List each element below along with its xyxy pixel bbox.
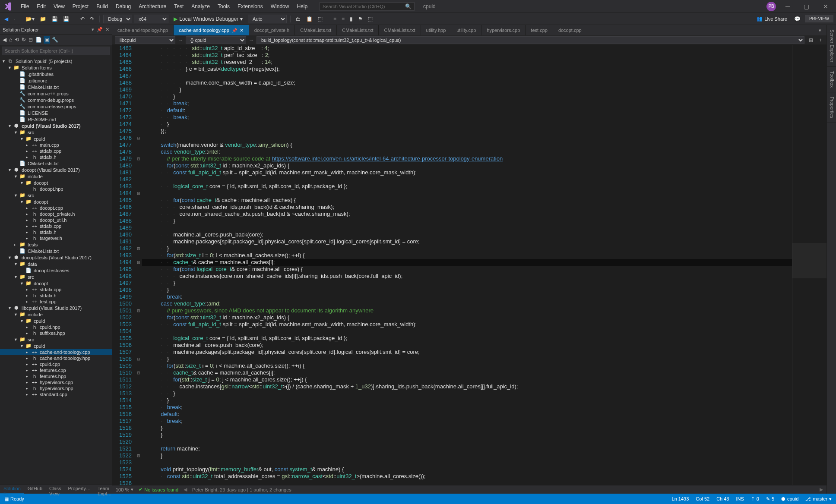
solution-search-input[interactable] (2, 47, 110, 55)
tree-item[interactable]: ▼📁cpuid (0, 135, 112, 142)
search-input[interactable] (323, 4, 400, 9)
tree-item[interactable]: ▼⬢docopt (Visual Studio 2017) (0, 167, 112, 173)
status-line[interactable]: Ln 1493 (672, 496, 689, 502)
se-collapse-icon[interactable]: ⊟ (28, 36, 34, 44)
quick-search[interactable]: 🔍 (320, 2, 415, 11)
se-properties-icon[interactable]: 🔧 (51, 36, 59, 44)
tree-item[interactable]: ▸++cache-and-topology.cpp (0, 349, 112, 355)
tree-item[interactable]: ▸hsuffixes.hpp (0, 330, 112, 336)
editor-tab[interactable]: cache-and-topology.cpp 📌 ✕ (174, 25, 249, 35)
rail-tab[interactable]: Server Explorer (827, 25, 836, 67)
close-button[interactable]: ✕ (819, 1, 833, 12)
se-show-all-icon[interactable]: 📄 (35, 36, 43, 44)
tb-icon-1[interactable]: 🗀 (294, 15, 303, 23)
editor-tab[interactable]: test.cpp (526, 25, 553, 35)
tree-item[interactable]: ▸hcache-and-topology.hpp (0, 355, 112, 361)
nav-project-select[interactable]: libcpuid (115, 36, 175, 44)
tree-item[interactable]: 🔧common-c++.props (0, 90, 112, 97)
status-pending[interactable]: ✎ 5 (766, 496, 774, 502)
se-home-icon[interactable]: ⌂ (8, 36, 13, 44)
status-ins[interactable]: INS (736, 496, 744, 502)
tree-item[interactable]: ▼📁data (0, 261, 112, 267)
pin-icon[interactable]: 📌 (97, 27, 103, 32)
se-back-icon[interactable]: ◀ (2, 36, 7, 44)
editor-tab[interactable]: utility.cpp (451, 25, 481, 35)
save-all-button[interactable]: 💾 (61, 15, 71, 23)
rail-tab[interactable]: Toolbox (827, 67, 836, 92)
zoom-control[interactable]: 100 % ▾ (116, 487, 133, 492)
tree-item[interactable]: ▸++hypervisors.cpp (0, 379, 112, 385)
issues-indicator[interactable]: ✔ No issues found (139, 487, 178, 492)
fold-gutter[interactable]: ⊟⊟⊟⊟⊟⊟⊟⊟⊟ (135, 45, 142, 485)
menu-tools[interactable]: Tools (214, 2, 233, 11)
tree-item[interactable]: 📄LICENSE (0, 110, 112, 116)
tb-icon-3[interactable]: ⬚ (316, 15, 324, 23)
add-icon[interactable]: + (817, 37, 824, 43)
se-refresh-icon[interactable]: ↻ (21, 36, 27, 44)
rail-tab[interactable]: Properties (827, 92, 836, 123)
tree-item[interactable]: 📄docopt.testcases (0, 267, 112, 274)
tree-item[interactable]: ▸++docopt.cpp (0, 205, 112, 211)
tree-item[interactable]: ▼📁cpuid (0, 343, 112, 349)
redo-button[interactable]: ↷ (88, 15, 96, 23)
open-button[interactable]: 📁 (38, 15, 48, 23)
dropdown-icon[interactable]: ▾ (92, 27, 94, 32)
nav-scope-select[interactable]: {} cpuid (186, 36, 246, 44)
menu-edit[interactable]: Edit (33, 2, 49, 11)
tree-item[interactable]: ▸📁tests (0, 241, 112, 248)
se-sync-icon[interactable]: ⟲ (14, 36, 20, 44)
pin-icon[interactable]: 📌 (232, 28, 237, 33)
editor-tab[interactable]: cache-and-topology.hpp (112, 25, 174, 35)
tree-item[interactable]: ▸++stdafx.cpp (0, 223, 112, 229)
tree-item[interactable]: ▸++cpuid.cpp (0, 361, 112, 367)
tree-item[interactable]: ▸++standard.cpp (0, 391, 112, 397)
tb-icon-4[interactable]: ≡ (332, 15, 338, 23)
tb-icon-8[interactable]: ⬚ (366, 15, 374, 23)
menu-analyze[interactable]: Analyze (188, 2, 213, 11)
tree-item[interactable]: 🔧common-release.props (0, 103, 112, 110)
se-tab[interactable]: GitHub (24, 485, 46, 494)
tree-item[interactable]: ▸hdocopt_util.h (0, 217, 112, 223)
code-editor[interactable]: 1463146414651466146714681469147014711472… (112, 45, 826, 485)
editor-tab[interactable]: CMakeLists.txt (337, 25, 379, 35)
config-select[interactable]: Debug (103, 15, 132, 23)
tree-item[interactable]: ▸++stdafx.cpp (0, 148, 112, 154)
tree-item[interactable]: ▸++stdafx.cpp (0, 287, 112, 293)
menu-view[interactable]: View (50, 2, 68, 11)
tabs-overflow-icon[interactable]: ▾ (814, 25, 826, 35)
menu-project[interactable]: Project (69, 2, 92, 11)
close-pane-icon[interactable]: ✕ (105, 27, 109, 32)
tree-item[interactable]: ▼⬢cpuid (Visual Studio 2017) (0, 123, 112, 129)
tree-item[interactable]: ▸hcpuid.hpp (0, 324, 112, 330)
menu-help[interactable]: Help (293, 2, 311, 11)
tree-item[interactable]: ▼📁src (0, 129, 112, 135)
nav-prev-icon[interactable]: ◀ (184, 487, 187, 492)
tree-item[interactable]: hdocopt.hpp (0, 186, 112, 192)
save-button[interactable]: 💾 (50, 15, 60, 23)
se-preview-icon[interactable]: ▣ (44, 36, 50, 44)
editor-tab[interactable]: CMakeLists.txt (379, 25, 421, 35)
solution-tree[interactable]: ▼⧉Solution 'cpuid' (5 projects)▼📁Solutio… (0, 57, 112, 484)
tree-item[interactable]: ▸hstdafx.h (0, 229, 112, 235)
menu-extensions[interactable]: Extensions (234, 2, 266, 11)
menu-test[interactable]: Test (171, 2, 187, 11)
tree-item[interactable]: ▸hfeatures.hpp (0, 373, 112, 379)
tree-item[interactable]: ▼📁docopt (0, 198, 112, 205)
minimap[interactable] (792, 45, 826, 485)
editor-tab[interactable]: CMakeLists.txt (295, 25, 337, 35)
feedback-icon[interactable]: 💬 (792, 15, 802, 23)
menu-debug[interactable]: Debug (112, 2, 134, 11)
tree-item[interactable]: ▼📁src (0, 192, 112, 198)
code-content[interactable]: · · · · · std::uint32_t apic_id_size : 4… (142, 45, 792, 485)
tree-item[interactable]: 📄CMakeLists.txt (0, 84, 112, 90)
tree-item[interactable]: ▼📁src (0, 336, 112, 343)
se-tab[interactable]: Class View (46, 485, 65, 494)
tree-item[interactable]: ▸++features.cpp (0, 367, 112, 373)
tb-icon-2[interactable]: 📋 (304, 15, 314, 23)
menu-file[interactable]: File (17, 2, 32, 11)
tree-item[interactable]: ▸hstdafx.h (0, 154, 112, 160)
maximize-button[interactable]: ▢ (799, 1, 814, 12)
tb-icon-5[interactable]: ≡ (340, 15, 346, 23)
auto-select[interactable]: Auto (248, 15, 287, 23)
live-share-button[interactable]: 👥 Live Share (754, 15, 790, 22)
